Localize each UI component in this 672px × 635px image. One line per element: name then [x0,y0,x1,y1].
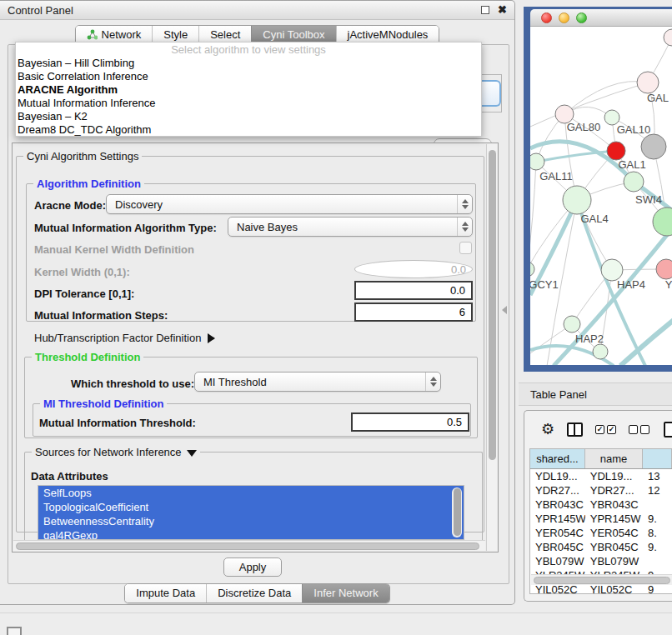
node-label: GAL1 [618,158,645,171]
settings-horizontal-scrollbar[interactable] [13,540,485,551]
algorithm-option[interactable]: Bayesian – Hill Climbing [16,57,481,70]
network-node[interactable] [637,72,659,93]
mi-type-combo[interactable]: Naive Bayes [228,217,473,237]
node-label: GAL10 [617,123,650,136]
tab-label: Discretize Data [218,587,291,599]
splitter-handle-icon[interactable] [502,306,507,314]
network-node[interactable] [530,153,544,170]
attribute-item[interactable]: TopologicalCoefficient [38,500,464,514]
network-node[interactable] [563,186,591,214]
algorithm-option[interactable]: Mutual Information Inference [16,97,481,110]
table-cell: YBR045C [530,541,585,553]
kernel-width-value: 0.0 [451,263,466,276]
tab-label: Cyni Toolbox [263,28,324,41]
node-label: GAL80 [567,121,600,133]
select-all-checks-icon[interactable]: ✓✓ [595,425,616,434]
close-panel-icon[interactable]: ✖ [498,6,507,14]
algorithm-option[interactable]: Dream8 DC_TDC Algorithm [16,123,481,137]
tab-label: Impute Data [136,587,195,599]
table-row[interactable]: YBR045CYBR045C9. [530,540,672,554]
sources-group-title[interactable]: Sources for Network Inference [32,446,200,458]
column-header[interactable]: name [585,449,643,468]
float-panel-icon[interactable] [481,6,489,14]
network-node[interactable] [664,29,672,46]
table-cell: YDL19... [585,470,643,482]
hub-definition-toggle[interactable]: Hub/Transcription Factor Definition [34,332,215,344]
minimize-window-icon[interactable] [559,12,569,23]
node-table[interactable]: shared...name YDL19...YDL19...13YDR27...… [529,448,672,594]
algorithm-option[interactable]: Basic Correlation Inference [16,70,481,83]
table-row[interactable]: YDL19...YDL19...13 [530,469,672,483]
network-graph: GALGAL80GAL10GAL1GAL11SWI4GAL4GCY1HAP4YH… [530,27,672,365]
attribute-item[interactable]: SelfLoops [38,486,464,500]
network-canvas[interactable]: GALGAL80GAL10GAL1GAL11SWI4GAL4GCY1HAP4YH… [530,27,672,365]
data-attributes-label: Data Attributes [31,470,108,482]
tab-label: Infer Network [313,587,378,599]
which-threshold-combo[interactable]: MI Threshold [194,372,441,392]
table-panel-window: ⚙ ✓✓ shared...name YDL19...YDL19...13YDR… [524,410,672,602]
table-cell: YBL079W [585,555,643,568]
table-cell: 12 [643,484,672,497]
aracne-mode-label: Aracne Mode: [34,199,106,212]
network-edge [530,162,536,269]
tab-label: Network [102,28,142,41]
node-label: GAL4 [580,212,608,225]
manual-kernel-label: Manual Kernel Width Definition [34,243,194,256]
algorithm-definition-title: Algorithm Definition [33,178,144,190]
cyni-settings-scrollpane: Cyni Algorithm Settings Algorithm Defini… [12,142,499,552]
kernel-width-field[interactable]: 0.0 [354,260,473,278]
algorithm-option[interactable]: ARACNE Algorithm [16,83,481,97]
table-row[interactable]: YDR27...YDR27...12 [530,483,672,498]
tab-impute-data[interactable]: Impute Data [125,584,206,602]
dpi-tolerance-field[interactable]: 0.0 [354,281,473,300]
network-node[interactable] [653,208,672,236]
control-panel-window: Control Panel ✖ NetworkStyleSelectCyni T… [0,0,515,605]
columns-icon[interactable] [567,422,583,437]
table-row[interactable]: YBL079WYBL079W [530,554,672,568]
network-node[interactable] [641,134,666,159]
close-window-icon[interactable] [541,12,552,23]
apply-button[interactable]: Apply [223,558,282,577]
zoom-window-icon[interactable] [576,12,587,23]
export-table-icon[interactable] [664,422,672,438]
table-cell: YDR27... [530,484,585,497]
network-node[interactable] [593,344,608,359]
minimized-panel-icon[interactable] [7,627,22,635]
mi-type-value: Naive Bayes [237,221,298,233]
gear-icon[interactable]: ⚙ [541,422,554,437]
column-header[interactable] [643,449,672,468]
network-node[interactable] [624,172,644,192]
mi-steps-field[interactable]: 6 [354,302,473,322]
table-row[interactable]: YPR145WYPR145W9. [530,512,672,526]
table-horizontal-scrollbar[interactable] [531,574,672,585]
data-attributes-list[interactable]: SelfLoopsTopologicalCoefficientBetweenne… [38,485,464,540]
network-node[interactable] [530,262,534,277]
node-label: SWI4 [635,193,662,206]
manual-kernel-checkbox[interactable] [459,242,472,254]
table-cell: YBR043C [585,498,643,511]
network-icon [87,29,98,40]
mi-threshold-field[interactable]: 0.5 [351,412,469,432]
mi-threshold-label: Mutual Information Threshold: [39,417,196,429]
settings-vertical-scrollbar[interactable] [486,144,497,551]
column-header[interactable]: shared... [530,449,585,468]
network-view-window[interactable]: GALGAL80GAL10GAL1GAL11SWI4GAL4GCY1HAP4YH… [524,7,672,372]
deselect-all-checks-icon[interactable] [629,425,649,434]
table-cell: YER054C [530,527,585,539]
sources-title-text: Sources for Network Inference [35,446,182,458]
table-cell: YPR145W [585,512,643,525]
network-node[interactable] [564,316,580,332]
algorithm-option[interactable]: Bayesian – K2 [16,110,481,123]
tab-infer-network[interactable]: Infer Network [302,584,389,602]
attribute-item[interactable]: BetweennessCentrality [38,514,464,528]
aracne-mode-combo[interactable]: Discovery [106,194,473,214]
table-row[interactable]: YER054CYER054C8. [530,526,672,540]
mi-threshold-value: 0.5 [447,416,462,428]
attributes-scrollbar[interactable] [452,488,462,538]
node-label: GAL11 [539,170,573,182]
network-node[interactable] [656,259,672,279]
table-row[interactable]: YBR043CYBR043C [530,498,672,512]
network-node[interactable] [607,142,625,160]
attribute-item[interactable]: gal4RGexp [38,528,464,540]
tab-discretize-data[interactable]: Discretize Data [206,584,302,602]
